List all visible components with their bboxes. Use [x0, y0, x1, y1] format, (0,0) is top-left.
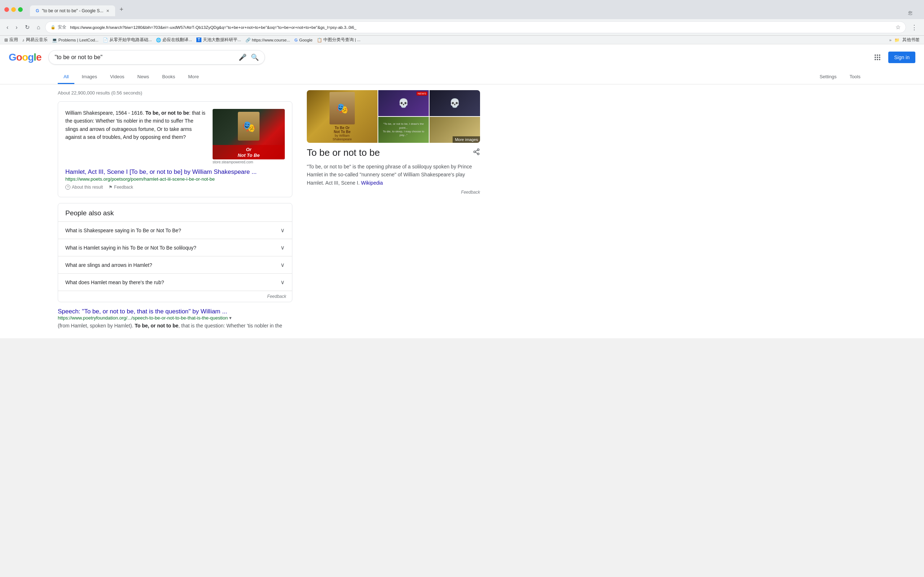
bookmark-leetcode[interactable]: 💻 Problems | LeetCod... — [52, 37, 99, 43]
second-result-link[interactable]: Speech: "To be, or not to be, that is th… — [58, 308, 292, 315]
bookmark-other-label: 其他书签 — [902, 37, 920, 43]
google-page: Google 🎤 🔍 Sign in All Images Videos New… — [0, 44, 924, 338]
apps-grid-icon: ⊞ — [4, 37, 8, 43]
feedback-label: Feedback — [114, 185, 133, 190]
bookmark-tianchi[interactable]: T 天池大数据科研平... — [196, 37, 241, 43]
chevron-down-icon-1: ∨ — [281, 227, 285, 234]
paa-item-3[interactable]: What are slings and arrows in Hamlet? ∨ — [58, 256, 292, 273]
microphone-icon[interactable]: 🎤 — [239, 53, 247, 61]
svg-point-2 — [879, 55, 880, 56]
tab-images[interactable]: Images — [76, 70, 103, 84]
svg-point-5 — [879, 56, 880, 58]
close-button[interactable] — [4, 7, 9, 12]
tab-tools[interactable]: Tools — [844, 70, 866, 84]
browser-chrome: G "to be or not to be" - Google S... ✕ +… — [0, 0, 924, 44]
minimize-button[interactable] — [11, 7, 16, 12]
sidebar-feedback-button[interactable]: Feedback — [307, 190, 480, 195]
tianchi-icon: T — [196, 37, 201, 42]
about-result-button[interactable]: ? About this result — [65, 185, 103, 190]
bookmark-google[interactable]: G Google — [294, 38, 313, 42]
logo-letter-o2: o — [22, 52, 28, 63]
featured-image[interactable]: OrNot To Be 🎭 — [213, 109, 285, 160]
svg-point-0 — [874, 55, 876, 56]
back-button[interactable]: ‹ — [4, 23, 10, 32]
svg-point-11 — [478, 153, 479, 155]
search-input[interactable] — [55, 54, 234, 61]
tab-videos[interactable]: Videos — [104, 70, 130, 84]
paa-item-2[interactable]: What is Hamlet saying in his To Be or No… — [58, 239, 292, 256]
chevron-down-icon-4: ∨ — [281, 279, 285, 285]
tab-settings[interactable]: Settings — [814, 70, 842, 84]
tab-all[interactable]: All — [58, 70, 74, 84]
logo-letter-e: e — [36, 52, 42, 63]
tab-close-button[interactable]: ✕ — [106, 9, 109, 13]
logo-letter-o1: o — [16, 52, 22, 63]
security-label: 安全 — [58, 24, 66, 30]
search-tabs: All Images Videos News Books More Settin… — [0, 70, 924, 84]
maximize-button[interactable] — [18, 7, 23, 12]
address-bar[interactable]: 🔒 安全 https://www.google.fr/search?biw=12… — [45, 21, 906, 33]
reload-button[interactable]: ↻ — [23, 23, 32, 32]
search-icon[interactable]: 🔍 — [251, 53, 259, 61]
chevron-down-icon-3: ∨ — [281, 261, 285, 268]
new-tab-button[interactable]: + — [115, 3, 128, 16]
paa-question-1: What is Shakespeare saying in To Be or N… — [65, 227, 181, 233]
bookmark-circuit[interactable]: 📄 从零开始学电路基础... — [103, 37, 152, 43]
sidebar-images-grid[interactable]: 🎭 To Be OrNot To Be by WilliamShakespear… — [307, 90, 480, 143]
paa-item-4[interactable]: What does Hamlet mean by there's the rub… — [58, 273, 292, 291]
home-button[interactable]: ⌂ — [35, 23, 43, 32]
second-result-url: https://www.poetryfoundation.org/.../spe… — [58, 315, 292, 321]
tab-bar: G "to be or not to be" - Google S... ✕ +… — [26, 3, 920, 16]
user-indicator: 您 — [905, 10, 915, 16]
wikipedia-link[interactable]: Wikipedia — [361, 180, 383, 186]
tab-books[interactable]: Books — [156, 70, 181, 84]
bookmark-apps[interactable]: ⊞ 应用 — [4, 37, 18, 43]
bookmark-icon[interactable]: ☆ — [895, 24, 901, 31]
paa-item-1[interactable]: What is Shakespeare saying in To Be or N… — [58, 221, 292, 239]
svg-point-6 — [874, 59, 876, 60]
google-apps-button[interactable] — [872, 52, 884, 62]
share-icon[interactable] — [473, 148, 480, 157]
more-images-overlay[interactable]: More images — [452, 136, 480, 143]
svg-line-13 — [475, 150, 478, 151]
featured-text-start: William Shakespeare, 1564 - 1616. — [65, 110, 145, 116]
active-tab[interactable]: G "to be or not to be" - Google S... ✕ — [30, 5, 115, 16]
more-images-label: More images — [455, 137, 478, 142]
bookmark-classification[interactable]: 📋 中图分类号查询 | ... — [317, 37, 360, 43]
featured-result-url: https://www.poets.org/poetsorg/poem/haml… — [65, 176, 285, 182]
chevron-down-icon-2: ∨ — [281, 244, 285, 251]
google-header: Google 🎤 🔍 Sign in — [0, 44, 924, 70]
search-bar[interactable]: 🎤 🔍 — [48, 50, 265, 64]
dropdown-icon[interactable]: ▾ — [229, 315, 232, 321]
image-caption: store.steampowered.com — [213, 160, 285, 164]
sidebar-image-tr[interactable]: 💀 NEWS — [378, 90, 429, 116]
sidebar-title: To be or not to be — [307, 147, 480, 158]
paa-feedback-button[interactable]: Feedback — [58, 291, 292, 302]
sidebar-image-mr[interactable]: 💀 — [430, 90, 480, 116]
sidebar-main-image[interactable]: 🎭 To Be OrNot To Be by WilliamShakespear… — [307, 90, 378, 143]
feedback-button[interactable]: ⚑ Feedback — [109, 185, 133, 190]
sign-in-button[interactable]: Sign in — [888, 52, 915, 63]
bookmark-music[interactable]: ♪ 网易云音乐 — [23, 37, 48, 43]
forward-button[interactable]: › — [13, 23, 19, 32]
bookmarks-more-button[interactable]: » — [889, 38, 892, 42]
security-icon: 🔒 — [50, 25, 56, 29]
sidebar-description: "To be, or not to be" is the opening phr… — [307, 163, 480, 187]
sidebar-image-br[interactable]: 📜 More images — [430, 117, 480, 143]
tab-more[interactable]: More — [182, 70, 205, 84]
traffic-lights — [4, 7, 23, 12]
sidebar: 🎭 To Be OrNot To Be by WilliamShakespear… — [307, 87, 480, 338]
featured-content: William Shakespeare, 1564 - 1616. To be,… — [65, 109, 285, 164]
featured-result-link[interactable]: Hamlet, Act III, Scene I [To be, or not … — [65, 168, 285, 176]
bookmark-coursera[interactable]: 🔗 https://www.course... — [246, 37, 290, 43]
featured-text-bold: To be, or not to be — [145, 110, 189, 116]
sidebar-title-text: To be or not to be — [307, 147, 380, 158]
bookmark-translate[interactable]: 🌐 必应在线翻译... — [156, 37, 192, 43]
menu-button[interactable]: ⋮ — [909, 22, 920, 33]
logo-letter-l: l — [34, 52, 36, 63]
tab-news[interactable]: News — [132, 70, 155, 84]
sidebar-image-bl[interactable]: "To be, or not to be, I draw's the point… — [378, 117, 429, 143]
second-result: Speech: "To be, or not to be, that is th… — [58, 308, 292, 330]
sidebar-desc-text: "To be, or not to be" is the opening phr… — [307, 164, 472, 186]
svg-point-7 — [877, 59, 878, 60]
